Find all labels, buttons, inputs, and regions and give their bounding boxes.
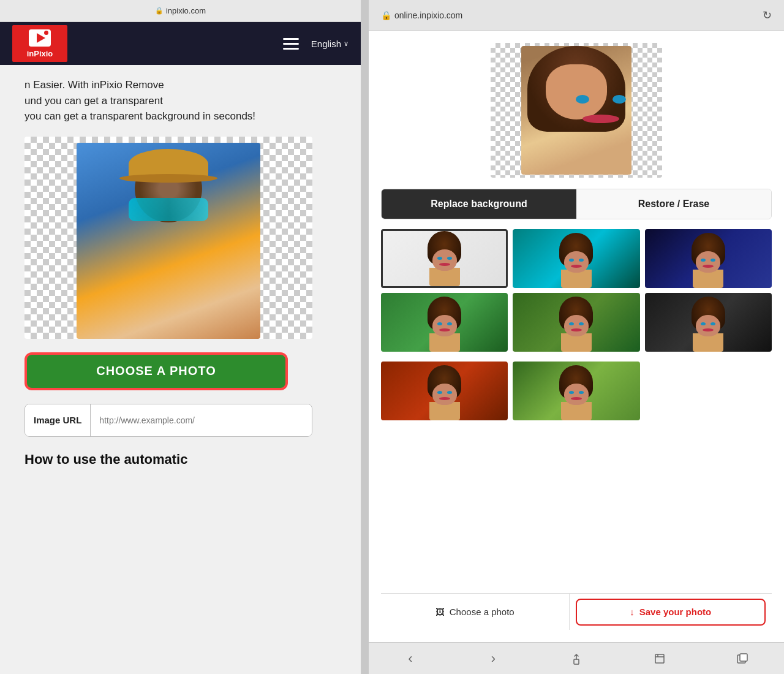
tagline-text: n Easier. With inPixio Remove und you ca… (24, 77, 336, 124)
thumb-woman-2 (555, 233, 598, 288)
image-url-input[interactable] (91, 404, 312, 436)
thumb-white[interactable] (381, 229, 508, 288)
forward-button[interactable]: › (478, 651, 508, 667)
choose-photo-label: CHOOSE A PHOTO (96, 364, 216, 378)
thumb-dark[interactable] (645, 293, 772, 352)
thumb-jungle[interactable] (513, 293, 639, 352)
thumb-brick[interactable] (381, 362, 508, 420)
save-photo-label: Save your photo (639, 607, 712, 617)
download-icon: ↓ (630, 607, 635, 617)
how-to-title: How to use the automatic (24, 452, 336, 468)
tagline-line2: you can get a transparent background in … (24, 110, 255, 122)
refresh-icon[interactable]: ↻ (763, 9, 772, 22)
logo-play-icon (37, 33, 45, 43)
tw-face-3 (696, 251, 720, 273)
choose-photo-bottom-label: Choose a photo (450, 607, 514, 617)
share-icon (570, 652, 583, 665)
nav-right: English ∨ (283, 38, 349, 50)
preview-result-area (491, 43, 662, 178)
back-button[interactable]: ‹ (395, 651, 426, 667)
left-content: n Easier. With inPixio Remove und you ca… (0, 65, 361, 674)
tabs-icon (736, 652, 749, 665)
choose-photo-bottom-button[interactable]: 🖼 Choose a photo (381, 594, 570, 630)
right-eye (612, 95, 626, 104)
tw-face-2 (564, 251, 589, 273)
thumbnail-last-row (381, 362, 772, 420)
right-browser-bar: 🔒 online.inpixio.com ↻ (369, 0, 784, 31)
logo-text: inPixio (27, 49, 53, 58)
photo-preview-area (24, 137, 312, 339)
tab-restore-erase-label: Restore / Erase (638, 199, 710, 210)
thumb-woman-7 (423, 365, 466, 420)
tabs-button[interactable] (727, 652, 758, 665)
thumb-woman-5 (555, 297, 598, 352)
thumb-woman-8 (555, 365, 598, 420)
selfie-woman (77, 143, 260, 339)
thumb-forest[interactable] (381, 293, 508, 352)
hamburger-menu[interactable] (283, 38, 299, 50)
right-content: Replace background Restore / Erase (369, 31, 784, 642)
thumb-woman-6 (687, 297, 729, 352)
chevron-down-icon: ∨ (344, 40, 349, 48)
language-selector[interactable]: English ∨ (311, 39, 349, 49)
share-button[interactable] (561, 652, 592, 665)
tw-face-7 (432, 384, 457, 405)
svg-rect-0 (574, 659, 579, 664)
thumb-woman-4 (423, 297, 466, 352)
tw-face-8 (564, 384, 589, 405)
thumb-teal[interactable] (513, 229, 639, 288)
left-url-bar: 🔒 inpixio.com (155, 6, 206, 15)
image-url-label: Image URL (25, 404, 91, 436)
bottom-action-bar: 🖼 Choose a photo ↓ Save your photo (381, 593, 772, 630)
tab-replace-background[interactable]: Replace background (382, 189, 576, 219)
logo-icon (29, 29, 51, 47)
image-url-row: Image URL (24, 404, 312, 437)
logo-dot (44, 31, 48, 35)
tw-face-1 (432, 249, 457, 271)
tw-face-6 (696, 315, 720, 336)
bookmarks-icon (653, 652, 666, 665)
svg-rect-3 (740, 654, 747, 661)
panel-divider (361, 0, 369, 674)
selfie-hat (129, 149, 208, 180)
hamburger-line3 (283, 48, 299, 50)
preview-eyes (564, 95, 631, 106)
svg-rect-1 (655, 654, 664, 663)
hamburger-line1 (283, 38, 299, 40)
left-panel: 🔒 inpixio.com inPixio English ∨ (0, 0, 361, 674)
right-lock-icon: 🔒 (381, 10, 391, 20)
left-browser-bar: 🔒 inpixio.com (0, 0, 361, 22)
tagline-prefix: n Easier. With inPixio Remove (24, 79, 164, 91)
language-label: English (311, 39, 341, 49)
left-url-text: inpixio.com (166, 6, 206, 15)
thumb-space[interactable] (645, 229, 772, 288)
choose-photo-button[interactable]: CHOOSE A PHOTO (24, 352, 288, 390)
thumb-woman-3 (687, 233, 729, 288)
left-eye (576, 95, 589, 104)
right-bottom-nav: ‹ › (369, 642, 784, 674)
tab-row: Replace background Restore / Erase (381, 189, 772, 219)
thumbnail-grid (381, 229, 772, 352)
thumb-grass[interactable] (513, 362, 639, 420)
tw-face-5 (564, 315, 589, 336)
right-url-bar: 🔒 online.inpixio.com (381, 10, 462, 20)
preview-woman-face (546, 64, 607, 119)
save-photo-button[interactable]: ↓ Save your photo (576, 599, 766, 626)
left-nav-bar: inPixio English ∨ (0, 22, 361, 65)
hamburger-line2 (283, 43, 299, 45)
preview-lips (582, 115, 619, 123)
inpixio-logo: inPixio (12, 25, 67, 62)
thumb-woman-1 (423, 231, 466, 286)
right-panel: 🔒 online.inpixio.com ↻ Replace ba (369, 0, 784, 674)
tagline-line1: und you can get a transparent (24, 95, 163, 107)
choose-photo-icon: 🖼 (435, 607, 445, 617)
lock-icon: 🔒 (155, 7, 164, 15)
selfie-sunglasses (129, 198, 208, 221)
tab-replace-bg-label: Replace background (431, 199, 527, 210)
thumb-empty (645, 362, 772, 420)
bookmarks-button[interactable] (644, 652, 675, 665)
preview-woman (521, 46, 631, 175)
tw-face-4 (432, 315, 457, 336)
right-url-text: online.inpixio.com (394, 10, 462, 20)
tab-restore-erase[interactable]: Restore / Erase (576, 189, 771, 219)
